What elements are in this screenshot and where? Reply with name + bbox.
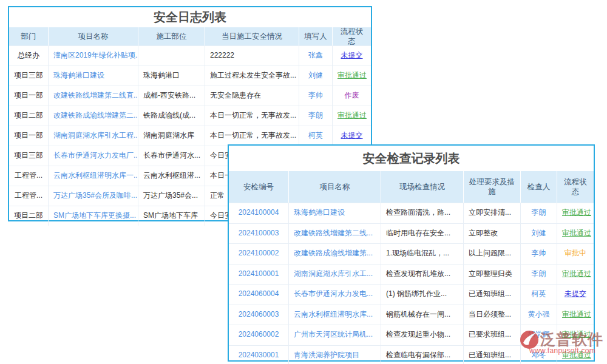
table-row: 2024060004长春市伊通河水力发电...(1) 钢筋绑扎作业...已通知班…	[229, 284, 594, 305]
project-link[interactable]: 改建铁路线增建第二线...	[288, 224, 381, 244]
scene-cell: 检查发现起重小物...	[381, 325, 463, 345]
inspection-id-link[interactable]: 2024060002	[229, 325, 288, 345]
dept-cell: 项目三部	[9, 66, 48, 86]
project-link[interactable]: 湖南洞庭湖水库引水工程...	[48, 126, 138, 146]
situation-cell: 本日一切正常，无事故发...	[205, 126, 299, 146]
measure-cell: 立即整改	[463, 224, 520, 244]
part-cell: 湖南洞庭湖水库	[138, 126, 205, 146]
table-row: 项目二部改建铁路成渝线增建第二...铁路成渝线(成...本日一切正常，无事故发.…	[9, 106, 371, 126]
project-link[interactable]: 长春市伊通河水力发电...	[288, 285, 381, 305]
status-link[interactable]: 审批通过	[557, 346, 594, 364]
project-link[interactable]: 珠海鹤港口建设	[288, 203, 381, 223]
scene-cell: 检查临电有漏保部...	[381, 346, 463, 364]
measure-cell: 以上问题限...	[463, 244, 520, 264]
dept-cell: 工程管...	[9, 186, 48, 206]
project-link[interactable]: SM广场地下车库更换摄...	[48, 206, 138, 226]
inspector-link[interactable]: 胡学辉	[520, 325, 557, 345]
table-row: 2024060003云南水利枢纽潜明水库...钢筋机械存在一闸...当日必须整.…	[229, 305, 594, 325]
writer-link[interactable]: 李朗	[299, 106, 332, 126]
table-row: 2024100003改建铁路线增建第二线...临时用电存在安全...立即整改刘健…	[229, 223, 594, 244]
inspector-link[interactable]: 柯英	[520, 285, 557, 305]
status-link[interactable]: 审批中	[557, 244, 594, 264]
project-link[interactable]: 万达广场35#会所及咖啡...	[48, 186, 138, 206]
inspector-link[interactable]: 李朗	[520, 265, 557, 285]
inspection-id-link[interactable]: 2024100004	[229, 203, 288, 223]
measure-cell: 已通知班组...	[463, 285, 520, 305]
status-link[interactable]: 审批通过	[557, 203, 594, 223]
status-link[interactable]: 审批通过	[332, 106, 371, 126]
project-link[interactable]: 青海洪湖养护院项目	[288, 346, 381, 364]
table-row: 2024100004珠海鹤港口建设检查路面清洗，路...立即安排清...李朗审批…	[229, 203, 594, 223]
inspector-link[interactable]: 李朗	[520, 203, 557, 223]
part-cell: 珠海鹤港口	[138, 66, 205, 86]
inspector-link[interactable]: 李帅	[520, 244, 557, 264]
status-link[interactable]: 审批通过	[557, 325, 594, 345]
table-row: 2024100001湖南洞庭湖水库引水工...检查发现有乱堆放...立即整理归类…	[229, 264, 594, 285]
column-header-project: 项目名称	[288, 171, 381, 203]
project-link[interactable]: 改建铁路成渝线增建第...	[288, 244, 381, 264]
situation-cell: 无安全隐患存在	[205, 86, 299, 106]
dept-cell: 总经办	[9, 46, 48, 66]
status-link[interactable]: 未提交	[557, 285, 594, 305]
dept-cell: 项目一部	[9, 86, 48, 106]
table-row: 总经办潼南区2019年绿化补贴项...222222张鑫未提交	[9, 46, 371, 66]
inspection-id-link[interactable]: 2024100002	[229, 244, 288, 264]
inspection-id-link[interactable]: 2024030001	[229, 346, 288, 364]
project-link[interactable]: 改建铁路成渝线增建第二...	[48, 106, 138, 126]
column-header-writer: 填写人	[299, 27, 332, 46]
status-link[interactable]: 作废	[332, 86, 371, 106]
dept-cell: 项目三部	[9, 146, 48, 166]
project-link[interactable]: 长春市伊通河水力发电厂...	[48, 146, 138, 166]
inspector-link[interactable]: 邓冬	[520, 346, 557, 364]
column-header-inspector: 检查人	[520, 171, 557, 203]
table-row: 2024060002广州市天河区统计局机...检查发现起重小物...已要求班组.…	[229, 325, 594, 345]
column-header-measure: 处理要求及措施	[463, 171, 520, 203]
column-header-situation: 当日施工安全情况	[205, 27, 299, 46]
scene-cell: 钢筋机械存在一闸...	[381, 305, 463, 325]
writer-link[interactable]: 张鑫	[299, 46, 332, 66]
part-cell: 铁路成渝线(成...	[138, 106, 205, 126]
column-header-status: 流程状态	[557, 171, 594, 203]
part-cell	[138, 46, 205, 66]
status-link[interactable]: 审批通过	[557, 224, 594, 244]
table-row: 2024100002改建铁路成渝线增建第...1.现场临电混乱，...以上问题限…	[229, 243, 594, 264]
dept-cell: 项目二部	[9, 106, 48, 126]
project-link[interactable]: 湖南洞庭湖水库引水工...	[288, 265, 381, 285]
writer-link[interactable]: 李帅	[299, 86, 332, 106]
writer-link[interactable]: 柯英	[299, 126, 332, 146]
inspection-id-link[interactable]: 2024060004	[229, 285, 288, 305]
writer-link[interactable]: 刘健	[299, 66, 332, 86]
measure-cell: 已要求班组...	[463, 325, 520, 345]
situation-cell: 施工过程未发生安全事故...	[205, 66, 299, 86]
table-row: 2024030001青海洪湖养护院项目检查临电有漏保部...已通知班组...邓冬…	[229, 345, 594, 364]
inspector-link[interactable]: 刘健	[520, 224, 557, 244]
status-link[interactable]: 审批通过	[557, 305, 594, 325]
project-link[interactable]: 潼南区2019年绿化补贴项...	[48, 46, 138, 66]
project-link[interactable]: 珠海鹤港口建设	[48, 66, 138, 86]
part-cell: SM广场地下车库	[138, 206, 205, 226]
status-link[interactable]: 未提交	[332, 46, 371, 66]
table-row: 项目一部湖南洞庭湖水库引水工程...湖南洞庭湖水库本日一切正常，无事故发...柯…	[9, 126, 371, 146]
project-link[interactable]: 云南水利枢纽潜明水库...	[288, 305, 381, 325]
inspection-id-link[interactable]: 2024060003	[229, 305, 288, 325]
inspector-link[interactable]: 黄小强	[520, 305, 557, 325]
situation-cell: 222222	[205, 46, 299, 66]
project-link[interactable]: 云南水利枢纽潜明水库一...	[48, 166, 138, 186]
safety-check-header-row: 安检编号项目名称现场检查情况处理要求及措施检查人流程状态	[229, 171, 594, 203]
inspection-id-link[interactable]: 2024100001	[229, 265, 288, 285]
part-cell: 万达广场35#会...	[138, 186, 205, 206]
dept-cell: 工程管...	[9, 166, 48, 186]
project-link[interactable]: 改建铁路线增建第二线直...	[48, 86, 138, 106]
inspection-id-link[interactable]: 2024100003	[229, 224, 288, 244]
column-header-status: 流程状态	[332, 27, 371, 46]
project-link[interactable]: 广州市天河区统计局机...	[288, 325, 381, 345]
status-link[interactable]: 审批通过	[557, 265, 594, 285]
safety-log-title: 安全日志列表	[9, 7, 371, 27]
situation-cell: 本日一切正常，无事故发...	[205, 106, 299, 126]
scene-cell: 临时用电存在安全...	[381, 224, 463, 244]
table-row: 项目一部改建铁路线增建第二线直...成都-西安铁路...无安全隐患存在李帅作废	[9, 86, 371, 106]
scene-cell: 检查路面清洗，路...	[381, 203, 463, 223]
status-link[interactable]: 未提交	[332, 126, 371, 146]
safety-check-title: 安全检查记录列表	[229, 146, 594, 171]
status-link[interactable]: 审批通过	[332, 66, 371, 86]
